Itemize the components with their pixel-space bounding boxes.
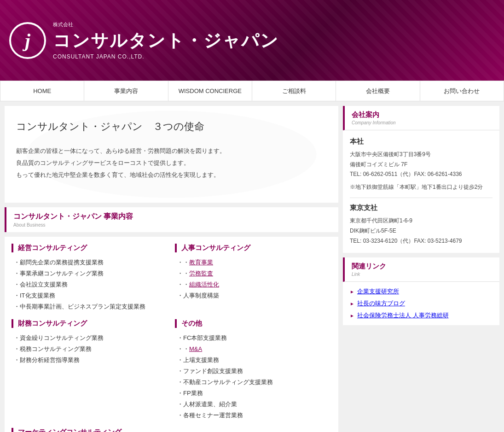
- list-item: 不動産コンサルティング支援業務: [177, 377, 331, 388]
- links-list: ► 企業支援研究所 ► 社長の味方ブログ ► 社会保険労務士法人 人事労務総研: [343, 282, 499, 325]
- finance-consulting-list: 資金繰りコンサルティング業務 税務コンサルティング業務 財務分析経営指導業務: [12, 333, 168, 366]
- related-links-title: 関連リンク: [352, 262, 492, 271]
- org-link[interactable]: 組織活性化: [189, 281, 219, 288]
- list-item: 上場支援業務: [177, 355, 331, 366]
- finance-consulting-section: 財務コンサルティング 資金繰りコンサルティング業務 税務コンサルティング業務 財…: [12, 319, 168, 421]
- management-consulting-list: 顧問先企業の業務提携支援業務 事業承継コンサルティング業務 会社設立支援業務 I…: [12, 257, 168, 312]
- company-info-body: 本社 大阪市中央区備後町3丁目3番9号 備後町コイズミビル 7F TEL: 06…: [343, 130, 499, 253]
- logo-main-text: コンサルタント・ジャパン: [53, 29, 279, 53]
- other-services-section: その他 FC本部支援業務 ・M&A 上場支援業務 ファンド創設支援業務 不動産コ…: [175, 319, 331, 421]
- logo-icon: j: [9, 22, 46, 59]
- logo-small-text: 株式会社: [53, 21, 279, 28]
- tokyo-building: DIK麹町ビル5F-5E: [350, 226, 492, 236]
- main-layout: コンサルタント・ジャパン ３つの使命 顧客企業の皆様と一体になって、あらゆる経営…: [0, 101, 504, 432]
- bullet-icon: ►: [350, 301, 354, 306]
- list-item: 各種セミナー運営業務: [177, 410, 331, 421]
- logo-sub-text: CONSULTANT JAPAN CO.,LTD.: [53, 53, 279, 60]
- marketing-consulting-title: マーケティングコンサルティング: [12, 428, 168, 432]
- other-services-list: FC本部支援業務 ・M&A 上場支援業務 ファンド創設支援業務 不動産コンサルテ…: [175, 333, 331, 421]
- header: j 株式会社 コンサルタント・ジャパン CONSULTANT JAPAN CO.…: [0, 0, 504, 81]
- finance-consulting-title: 財務コンサルティング: [12, 319, 168, 328]
- tokyo-tel: TEL: 03-3234-6120（代）FAX: 03-5213-4679: [350, 236, 492, 246]
- management-consulting-section: 経営コンサルティング 顧問先企業の業務提携支援業務 事業承継コンサルティング業務…: [12, 244, 168, 312]
- education-link[interactable]: 教育事業: [189, 259, 213, 266]
- company-info-header: 会社案内 Company Information: [343, 106, 499, 130]
- company-info-card: 会社案内 Company Information 本社 大阪市中央区備後町3丁目…: [343, 106, 499, 253]
- list-item: IT化支援業務: [14, 290, 168, 301]
- left-content: コンサルタント・ジャパン ３つの使命 顧客企業の皆様と一体になって、あらゆる経営…: [5, 106, 338, 432]
- list-item: 人事制度構築: [177, 290, 331, 301]
- logo-letter: j: [25, 29, 30, 52]
- list-item: 税務コンサルティング業務: [14, 344, 168, 355]
- nav-wisdom[interactable]: WISDOM CONCIERGE: [168, 81, 252, 101]
- company-info-header-title: 会社案内: [352, 111, 492, 119]
- list-item: ファンド創設支援業務: [177, 366, 331, 377]
- right-sidebar: 会社案内 Company Information 本社 大阪市中央区備後町3丁目…: [343, 106, 499, 432]
- hr-consulting-list: ・教育事業 ・労務監査 ・組織活性化 人事制度構築: [175, 257, 331, 301]
- business-grid: 経営コンサルティング 顧問先企業の業務提携支援業務 事業承継コンサルティング業務…: [5, 237, 338, 432]
- list-item: FP業務: [177, 388, 331, 399]
- management-consulting-title: 経営コンサルティング: [12, 244, 168, 252]
- list-item: 人材派遣業、紹介業: [177, 399, 331, 410]
- main-nav: HOME 事業内容 WISDOM CONCIERGE ご相談料 会社概要 お問い…: [0, 81, 504, 101]
- link-shacho[interactable]: 社長の味方ブログ: [357, 299, 405, 308]
- list-item: ► 社会保険労務士法人 人事労務総研: [350, 311, 492, 320]
- business-section-title: コンサルタント・ジャパン 事業内容: [13, 212, 331, 222]
- list-item: 資金繰りコンサルティング業務: [14, 333, 168, 344]
- list-item: ・M&A: [177, 344, 331, 355]
- labor-link[interactable]: 労務監査: [189, 270, 213, 277]
- business-section-header: コンサルタント・ジャパン 事業内容 About Business: [5, 207, 338, 232]
- list-item: ► 企業支援研究所: [350, 287, 492, 296]
- list-item: 会社設立支援業務: [14, 279, 168, 290]
- divider: [350, 198, 492, 198]
- ma-link[interactable]: M&A: [189, 345, 202, 352]
- company-info-header-sub: Company Information: [352, 120, 492, 125]
- hero-line-1: 顧客企業の皆様と一体になって、あらゆる経営・労務問題の解決を図ります。: [16, 145, 327, 157]
- hq-building: 備後町コイズミビル 7F: [350, 160, 492, 170]
- list-item: 事業承継コンサルティング業務: [14, 268, 168, 279]
- hero-line-3: もって優れた地元中堅企業を数多く育て、地域社会の活性化を実現します。: [16, 169, 327, 181]
- nav-business[interactable]: 事業内容: [84, 81, 168, 101]
- list-item: ・労務監査: [177, 268, 331, 279]
- logo-area: j 株式会社 コンサルタント・ジャパン CONSULTANT JAPAN CO.…: [9, 21, 279, 60]
- list-item: FC本部支援業務: [177, 333, 331, 344]
- hq-tel: TEL: 06-6262-0511（代）FAX: 06-6261-4336: [350, 169, 492, 180]
- related-links-header: 関連リンク Link: [343, 257, 499, 282]
- list-item: ・組織活性化: [177, 279, 331, 290]
- other-services-title: その他: [175, 319, 331, 328]
- related-links-sub: Link: [352, 272, 492, 277]
- link-kigyo[interactable]: 企業支援研究所: [357, 287, 399, 296]
- hero-section: コンサルタント・ジャパン ３つの使命 顧客企業の皆様と一体になって、あらゆる経営…: [5, 106, 338, 203]
- bullet-icon: ►: [350, 289, 354, 294]
- list-item: 中長期事業計画、ビジネスプラン策定支援業務: [14, 301, 168, 312]
- tokyo-address: 東京都千代田区麹町1-6-9: [350, 216, 492, 226]
- marketing-consulting-section: マーケティングコンサルティング: [12, 428, 168, 432]
- nav-home[interactable]: HOME: [0, 81, 84, 101]
- list-item: 財務分析経営指導業務: [14, 355, 168, 366]
- nav-contact[interactable]: お問い合わせ: [420, 81, 504, 101]
- hq-access: ※地下鉄御堂筋線「本町駅」地下1番出口より徒歩2分: [350, 182, 492, 193]
- link-shakai[interactable]: 社会保険労務士法人 人事労務総研: [357, 311, 449, 320]
- hq-address: 大阪市中央区備後町3丁目3番9号: [350, 150, 492, 160]
- hq-title: 本社: [350, 137, 492, 146]
- business-section-sub: About Business: [13, 222, 331, 228]
- nav-about[interactable]: 会社概要: [336, 81, 420, 101]
- hero-title: コンサルタント・ジャパン ３つの使命: [16, 120, 327, 134]
- related-links-card: 関連リンク Link ► 企業支援研究所 ► 社長の味方ブログ ► 社会保険労務…: [343, 257, 499, 325]
- logo-text-area: 株式会社 コンサルタント・ジャパン CONSULTANT JAPAN CO.,L…: [53, 21, 279, 60]
- hero-text: 顧客企業の皆様と一体になって、あらゆる経営・労務問題の解決を図ります。 良品質の…: [16, 145, 327, 181]
- list-item: ・教育事業: [177, 257, 331, 268]
- bullet-icon: ►: [350, 313, 354, 318]
- hero-line-2: 良品質のコンサルティングサービスをローコストで提供します。: [16, 157, 327, 169]
- list-item: 顧問先企業の業務提携支援業務: [14, 257, 168, 268]
- tokyo-title: 東京支社: [350, 204, 492, 212]
- list-item: ► 社長の味方ブログ: [350, 299, 492, 308]
- hr-consulting-title: 人事コンサルティング: [175, 244, 331, 252]
- hr-consulting-section: 人事コンサルティング ・教育事業 ・労務監査 ・組織活性化 人事制度構築: [175, 244, 331, 312]
- nav-consultation[interactable]: ご相談料: [252, 81, 336, 101]
